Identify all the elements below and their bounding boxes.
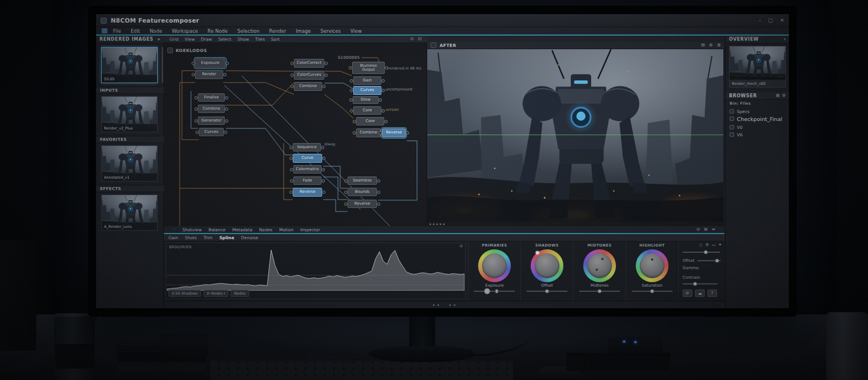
node-reverse[interactable]: Reverse: [293, 188, 322, 197]
node-colormatrix[interactable]: Colormatrix: [293, 165, 322, 174]
node-reverse[interactable]: Reverse: [382, 128, 406, 137]
node-generator[interactable]: Generator: [198, 116, 225, 125]
node-curves[interactable]: Curves: [199, 128, 224, 136]
graph-frame-icon[interactable]: ⊡: [418, 37, 422, 41]
link-icon[interactable]: ○: [699, 243, 702, 247]
browser-gear-icon[interactable]: ⚙: [782, 94, 786, 98]
viewer-guide-line[interactable]: [427, 135, 723, 135]
viewer-panel-icon[interactable]: [431, 42, 436, 48]
node-gain[interactable]: Gain: [353, 76, 381, 85]
menu-item-node[interactable]: Node: [150, 28, 162, 34]
param-slider-1[interactable]: [683, 252, 720, 253]
scope-chip-0-56-shadows[interactable]: 0:56 Shadows: [168, 290, 201, 297]
node-graph[interactable]: KOEKLODOS S1000005 ExposureRenderFinalis…: [164, 43, 427, 226]
title-bar[interactable]: N8COM Featurecomposer – ▢ ✕: [96, 14, 789, 27]
viewer-target-icon[interactable]: ⊙: [709, 43, 713, 48]
node-seamless[interactable]: Seamless: [348, 176, 377, 185]
node-combine[interactable]: Combine: [294, 82, 322, 91]
node-finalise[interactable]: Finalise: [198, 93, 225, 102]
wheel-dot[interactable]: [601, 258, 604, 260]
grid-icon[interactable]: ⊞: [704, 227, 708, 232]
wheel-center[interactable]: [587, 253, 612, 278]
browser-section-header[interactable]: BROWSER ▤ ⚙: [726, 92, 789, 100]
node-colorcurves[interactable]: ColorCurves: [294, 71, 324, 80]
close-button[interactable]: ✕: [780, 18, 784, 23]
node-sequence[interactable]: Sequence: [293, 143, 321, 152]
menu-item-re-node[interactable]: Re Node: [207, 28, 228, 34]
graph-tool-draw[interactable]: Draw: [201, 37, 212, 42]
color-wheel-primaries[interactable]: [478, 249, 511, 282]
thumbnail-card[interactable]: Render_v2_Plus: [101, 96, 158, 132]
bottom-tab-metadata[interactable]: Metadata: [232, 227, 253, 232]
pager-dot[interactable]: [440, 223, 441, 225]
wheel-marker[interactable]: [536, 251, 539, 254]
node-curves[interactable]: Curves: [353, 86, 381, 95]
pager-dot[interactable]: [436, 223, 438, 225]
bottom-tab-balance[interactable]: Balance: [209, 227, 225, 232]
export-button[interactable]: ⤒: [708, 290, 717, 297]
wheel-slider-knob[interactable]: [598, 290, 602, 293]
param-knob-1[interactable]: [704, 251, 708, 254]
wheel-slider[interactable]: [579, 291, 620, 292]
scope-chip-nodes[interactable]: Nodes: [231, 290, 249, 297]
node-bounds[interactable]: Bounds: [348, 188, 377, 196]
node-core[interactable]: Core: [353, 106, 381, 115]
node-reverse[interactable]: Reverse: [348, 200, 377, 208]
graph-tool-select[interactable]: Select: [218, 37, 231, 42]
scope-settings-icon[interactable]: ⊙: [459, 244, 463, 248]
left-sidebar-header[interactable]: RENDERED IMAGES »: [96, 36, 164, 44]
thumbnail-card[interactable]: A_Render_Lens: [101, 195, 158, 231]
target-icon[interactable]: ⊙: [696, 227, 700, 232]
color-wheel-midtones[interactable]: [583, 249, 616, 282]
node-combine[interactable]: Combine: [356, 128, 381, 137]
node-curve[interactable]: Curve: [293, 154, 322, 163]
reset-button[interactable]: ⟳: [683, 290, 692, 297]
param-slider-2[interactable]: [697, 260, 721, 261]
wheel-slider[interactable]: [474, 291, 515, 292]
wheel-center[interactable]: [535, 253, 559, 278]
pager-dot[interactable]: [433, 223, 435, 225]
wheel-center[interactable]: [640, 253, 665, 278]
sidebar-scrollbar[interactable]: [162, 47, 163, 83]
param-knob-3[interactable]: [693, 282, 697, 286]
star-icon[interactable]: ✦: [718, 243, 722, 247]
node-blurnoise[interactable]: BlurnoiseOutput: [352, 62, 385, 74]
param-knob-2[interactable]: [715, 259, 719, 263]
menu-app-icon[interactable]: [102, 28, 107, 33]
waveform-scope[interactable]: BRDG/M/IEN ⊙ 0:56 ShadowsIn Nodes INodes: [166, 243, 466, 299]
bottom-tab-nodes[interactable]: Nodes: [259, 227, 272, 232]
graph-focus-icon[interactable]: ⊙: [410, 37, 414, 41]
frame-icon[interactable]: ▭: [712, 243, 716, 247]
cloud-button[interactable]: ☁: [695, 290, 705, 297]
graph-tool-view[interactable]: View: [185, 37, 195, 42]
wheel-slider-knob[interactable]: [545, 290, 549, 293]
wheel-slider[interactable]: [632, 291, 672, 292]
menu-item-file[interactable]: File: [113, 28, 121, 34]
menu-item-edit[interactable]: Edit: [131, 28, 140, 34]
subtab-gain[interactable]: Gain: [168, 235, 178, 240]
pager-dot[interactable]: [429, 223, 431, 225]
graph-tool-tiles[interactable]: Tiles: [255, 37, 265, 42]
subtab-denoise[interactable]: Denoise: [241, 235, 258, 240]
tab-after[interactable]: AFTER: [440, 43, 456, 48]
subtab-spline[interactable]: Spline: [219, 235, 234, 240]
viewer-menu-icon[interactable]: ≡: [717, 43, 721, 48]
wheel-slider-knob[interactable]: [650, 290, 654, 293]
menu-item-selection[interactable]: Selection: [237, 28, 259, 34]
node-fade[interactable]: Fade: [293, 176, 322, 185]
wheel-center[interactable]: [482, 253, 507, 278]
bottom-tab-inspector[interactable]: Inspector: [300, 227, 320, 232]
viewer-image[interactable]: [427, 49, 723, 222]
menu-item-render[interactable]: Render: [269, 28, 286, 34]
wheel-slider[interactable]: [527, 291, 567, 292]
chevron-right-icon[interactable]: ›: [784, 37, 786, 42]
menu-item-workspace[interactable]: Workspace: [172, 28, 198, 34]
menu-item-view[interactable]: View: [350, 28, 362, 34]
browser-item-specs[interactable]: Specs: [728, 108, 787, 115]
minimize-button[interactable]: –: [759, 18, 762, 23]
output-thumbnail[interactable]: Render_mech_v80: [729, 46, 786, 88]
scope-chip-in-nodes-i[interactable]: In Nodes I: [203, 290, 228, 297]
node-combine[interactable]: Combine: [198, 105, 225, 113]
wheel-slider-knob2[interactable]: [495, 290, 498, 293]
pager-dot[interactable]: [443, 223, 445, 225]
